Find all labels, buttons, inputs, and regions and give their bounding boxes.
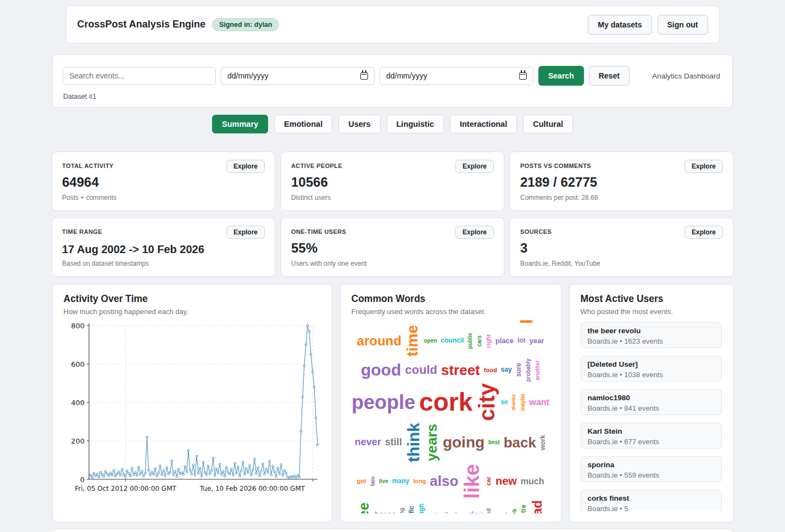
search-button[interactable]: Search — [538, 66, 584, 86]
panels-row: Activity Over Time How much posting happ… — [52, 284, 733, 522]
cloud-word: lane — [455, 512, 465, 513]
tab-emotional[interactable]: Emotional — [274, 115, 332, 133]
users-list: the beer revoluBoards.ie • 1623 events[D… — [581, 322, 722, 511]
svg-text:200: 200 — [71, 437, 85, 445]
activity-over-time-panel: Activity Over Time How much posting happ… — [52, 284, 332, 522]
cloud-word: place — [496, 338, 514, 344]
cloud-word: open — [424, 338, 437, 344]
cloud-word: park — [511, 508, 517, 513]
user-list-item[interactable]: Karl SteinBoards.ie • 677 events — [581, 423, 722, 449]
sign-out-button[interactable]: Sign out — [658, 15, 708, 35]
explore-button[interactable]: Explore — [455, 226, 494, 239]
cloud-word: say — [501, 367, 512, 373]
explore-button[interactable]: Explore — [684, 160, 723, 173]
cloud-word: two — [370, 477, 376, 486]
cloud-word: could — [405, 365, 437, 376]
stat-label: ACTIVE PEOPLE — [291, 160, 342, 169]
user-list-item[interactable]: namloc1980Boards.ie • 841 events — [581, 389, 722, 415]
search-input[interactable] — [63, 67, 216, 85]
stat-value: 55% — [291, 240, 494, 256]
calendar-icon[interactable] — [519, 72, 527, 80]
cloud-word: house — [375, 511, 396, 513]
cloud-word: long — [413, 478, 426, 484]
explore-button[interactable]: Explore — [684, 226, 723, 239]
stat-value: 10566 — [291, 175, 494, 190]
app-header-left: CrossPost Analysis Engine Signed in: dyl… — [77, 18, 280, 31]
date-from-input[interactable]: dd/mm/yyyy — [221, 67, 375, 85]
cloud-word: never — [355, 438, 381, 447]
stat-card-posts-vs-comments: POSTS VS COMMENTSExplore2189 / 62775Comm… — [510, 152, 733, 211]
stat-value: 64964 — [62, 175, 265, 190]
cloud-word: centre — [521, 505, 527, 513]
activity-panel-title: Activity Over Time — [64, 293, 321, 305]
cloud-word: cars — [477, 335, 482, 347]
activity-line-chart: 0200400600800Fri, 05 Oct 2012 00:00:00 G… — [64, 319, 322, 501]
cloud-word: years — [425, 424, 439, 461]
user-list-item[interactable]: [Deleted User]Boards.ie • 1038 events — [581, 356, 722, 382]
user-list-item[interactable]: sporinaBoards.ie • 559 events — [581, 456, 722, 482]
stat-subtitle: Posts + comments — [62, 194, 265, 201]
users-panel-title: Most Active Users — [581, 293, 722, 305]
cloud-word: think — [406, 423, 422, 462]
cloud-word: year — [530, 338, 544, 344]
cloud-word: traffic — [409, 506, 415, 514]
user-name: the beer revolu — [588, 327, 715, 335]
cloud-word: like — [462, 464, 482, 499]
cloud-word: another — [535, 360, 541, 380]
cloud-word: street — [441, 363, 480, 377]
date-to-value: dd/mm/yyyy — [386, 71, 427, 80]
stats-grid: TOTAL ACTIVITYExplore64964Posts + commen… — [52, 152, 733, 277]
stat-label: SOURCES — [520, 226, 552, 235]
user-name: [Deleted User] — [588, 360, 715, 369]
explore-button[interactable]: Explore — [226, 226, 265, 239]
cloud-word: new — [496, 476, 517, 486]
stat-value: 17 Aug 2002 -> 10 Feb 2026 — [62, 243, 265, 256]
filter-bar: dd/mm/yyyy dd/mm/yyyy Search Reset Analy… — [52, 54, 733, 108]
analytics-dashboard-label: Analytics Dashboard — [652, 72, 722, 80]
tab-summary[interactable]: Summary — [212, 115, 268, 133]
stat-subtitle: Comments per post: 28.68 — [520, 194, 723, 201]
stat-card-total-activity: TOTAL ACTIVITYExplore64964Posts + commen… — [52, 152, 275, 211]
common-words-panel: Common Words Frequently used words acros… — [340, 284, 561, 522]
user-list-item[interactable]: corks finestBoards.ie • 5 — [581, 490, 722, 511]
cloud-word: thanks — [511, 394, 516, 410]
user-list-item[interactable]: the beer revoluBoards.ie • 1623 events — [581, 322, 722, 348]
cloud-word: also — [430, 474, 458, 488]
tab-linguistic[interactable]: Linguistic — [387, 115, 444, 133]
cloud-word: work — [540, 435, 546, 450]
cloud-word: good — [361, 362, 401, 378]
explore-button[interactable]: Explore — [455, 160, 494, 173]
stat-subtitle: Based on dataset timestamps — [62, 260, 265, 267]
cloud-word: day — [469, 511, 482, 513]
tab-users[interactable]: Users — [338, 115, 380, 133]
stat-label: POSTS VS COMMENTS — [520, 160, 591, 169]
user-name: Karl Stein — [588, 427, 715, 436]
tab-cultural[interactable]: Cultural — [523, 115, 573, 133]
user-meta: Boards.ie • 5 — [588, 505, 715, 511]
cloud-word: much — [521, 477, 544, 485]
user-name: corks finest — [588, 494, 715, 503]
activity-chart-wrap: 0200400600800Fri, 05 Oct 2012 00:00:00 G… — [64, 319, 321, 503]
date-to-input[interactable]: dd/mm/yyyy — [380, 67, 533, 85]
cloud-word: car — [486, 477, 491, 486]
activity-panel-subtitle: How much posting happened each day. — [64, 307, 321, 316]
tab-interactional[interactable]: Interactional — [450, 115, 517, 133]
next-section-card — [52, 529, 733, 532]
user-name: sporina — [588, 461, 715, 469]
users-panel-subtitle: Who posted the most events. — [581, 307, 722, 316]
cloud-word: probably — [526, 359, 531, 382]
filter-row: dd/mm/yyyy dd/mm/yyyy Search Reset Analy… — [63, 66, 722, 86]
cloud-word: want — [530, 398, 549, 406]
cloud-word: sure — [516, 363, 522, 377]
cloud-word: though — [419, 503, 425, 513]
svg-text:800: 800 — [71, 322, 85, 330]
svg-text:600: 600 — [71, 360, 85, 368]
explore-button[interactable]: Explore — [226, 160, 265, 173]
my-datasets-button[interactable]: My datasets — [588, 15, 652, 35]
stat-card-time-range: TIME RANGEExplore17 Aug 2002 -> 10 Feb 2… — [52, 217, 275, 277]
cloud-word: back — [504, 436, 536, 450]
reset-button[interactable]: Reset — [589, 66, 630, 86]
cloud-word: see — [357, 502, 371, 513]
user-name: namloc1980 — [588, 394, 715, 402]
calendar-icon[interactable] — [360, 72, 368, 80]
